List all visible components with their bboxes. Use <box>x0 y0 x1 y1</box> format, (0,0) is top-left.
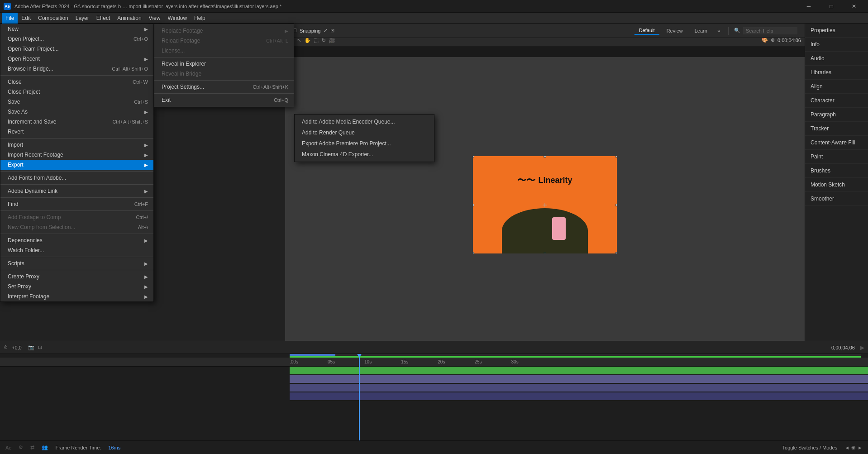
sep-6 <box>0 210 153 211</box>
export-premiere-project[interactable]: Export Adobe Premiere Pro Project... <box>295 138 434 149</box>
menu-new[interactable]: New ▶ <box>0 24 153 34</box>
plus-display: +0,0 <box>12 345 22 350</box>
menu-item-animation[interactable]: Animation <box>114 13 145 24</box>
panel-item-align[interactable]: Align <box>805 80 868 94</box>
menu-export[interactable]: Export ▶ <box>0 160 153 170</box>
menu-item-effect[interactable]: Effect <box>93 13 114 24</box>
pink-accent <box>552 217 566 240</box>
selection-handle-tl <box>473 156 474 158</box>
menu-item-file[interactable]: File <box>2 13 18 24</box>
timeline-track-2 <box>290 375 868 383</box>
panel-item-info[interactable]: Info <box>805 38 868 52</box>
menu-create-proxy[interactable]: Create Proxy ▶ <box>0 272 153 282</box>
figure-silhouette <box>502 208 588 253</box>
ruler-30s: 30s <box>511 359 519 364</box>
submenu-project-settings[interactable]: Project Settings... Ctrl+Alt+Shift+K <box>154 82 294 92</box>
menu-open-recent[interactable]: Open Recent ▶ <box>0 54 153 64</box>
menu-item-edit[interactable]: Edit <box>18 13 34 24</box>
more-workspaces-icon[interactable]: » <box>715 28 723 33</box>
dependencies-arrow-icon: ▶ <box>144 238 148 243</box>
menu-scripts[interactable]: Scripts ▶ <box>0 258 153 268</box>
menu-watch-folder[interactable]: Watch Folder... <box>0 245 153 255</box>
play-cursor[interactable]: ◉ <box>851 444 856 450</box>
panel-item-tracker[interactable]: Tracker <box>805 122 868 136</box>
menu-close[interactable]: Close Ctrl+W <box>0 77 153 87</box>
fit-icon: ⊡ <box>330 28 334 33</box>
toggle-switches-label[interactable]: Toggle Switches / Modes <box>782 445 838 450</box>
panel-item-properties[interactable]: Properties <box>805 24 868 38</box>
expand-icon: ⤢ <box>324 28 328 33</box>
ruler-0s: :00s <box>290 359 298 364</box>
menu-open-project[interactable]: Open Project... Ctrl+O <box>0 34 153 44</box>
maximize-button[interactable]: □ <box>821 0 842 13</box>
menu-revert[interactable]: Revert <box>0 127 153 137</box>
close-button[interactable]: ✕ <box>844 0 864 13</box>
export-add-media-encoder[interactable]: Add to Adobe Media Encoder Queue... <box>295 116 434 127</box>
menu-add-footage-comp: Add Footage to Comp Ctrl+/ <box>0 212 153 222</box>
workspace-tab-default[interactable]: Default <box>634 27 659 35</box>
panel-item-paragraph[interactable]: Paragraph <box>805 108 868 122</box>
statusbar: Ae ⚙ ⇄ 👥 Frame Render Time: 16ms Toggle … <box>0 440 868 454</box>
playhead[interactable] <box>359 354 360 440</box>
panel-item-motion-sketch[interactable]: Motion Sketch <box>805 178 868 192</box>
workspace-section: Default Review Learn » <box>634 27 723 35</box>
panel-item-content-aware-fill[interactable]: Content-Aware Fill <box>805 136 868 150</box>
forward-button[interactable]: ► <box>858 445 863 450</box>
menu-set-proxy[interactable]: Set Proxy ▶ <box>0 282 153 292</box>
time-display: 0;00;04;06 <box>777 38 801 43</box>
menu-browse-bridge[interactable]: Browse in Bridge... Ctrl+Alt+Shift+O <box>0 64 153 74</box>
menu-item-composition[interactable]: Composition <box>34 13 72 24</box>
workspace-tab-learn[interactable]: Learn <box>690 27 712 34</box>
menu-item-window[interactable]: Window <box>164 13 191 24</box>
panel-item-smoother[interactable]: Smoother <box>805 192 868 206</box>
scripts-arrow-icon: ▶ <box>144 261 148 266</box>
timeline-area: ⏱ +0,0 📷 ⊡ 0;00;04;06 ▶ :00s 05s 10s 15s… <box>0 341 868 440</box>
menu-add-fonts[interactable]: Add Fonts from Adobe... <box>0 173 153 183</box>
selection-handle-tc <box>544 156 546 158</box>
menu-item-layer[interactable]: Layer <box>72 13 93 24</box>
rewind-button[interactable]: ◄ <box>844 445 849 450</box>
menu-interpret-footage[interactable]: Interpret Footage ▶ <box>0 292 153 301</box>
ruler-10s: 10s <box>364 359 372 364</box>
window-controls: ─ □ ✕ <box>798 0 864 13</box>
playhead-arrow <box>357 354 362 358</box>
menu-adobe-dynamic-link[interactable]: Adobe Dynamic Link ▶ <box>0 186 153 196</box>
menu-increment-save[interactable]: Increment and Save Ctrl+Alt+Shift+S <box>0 117 153 127</box>
menu-open-team-project[interactable]: Open Team Project... <box>0 44 153 54</box>
export-context-submenu: Replace Footage ▶ Reload Footage Ctrl+Al… <box>154 24 294 107</box>
menu-save-as[interactable]: Save As ▶ <box>0 107 153 117</box>
panel-item-audio[interactable]: Audio <box>805 52 868 66</box>
time-code-display: 0;00;04;06 <box>831 345 855 350</box>
interpret-footage-arrow-icon: ▶ <box>144 294 148 299</box>
search-input[interactable] <box>743 27 797 34</box>
replace-footage-arrow-icon: ▶ <box>285 29 288 33</box>
selection-handle-mr <box>615 204 617 206</box>
submenu-sep-3 <box>154 93 294 94</box>
menu-import[interactable]: Import ▶ <box>0 140 153 150</box>
minimize-button[interactable]: ─ <box>798 0 819 13</box>
export-maxon-cinema[interactable]: Maxon Cinema 4D Exporter... <box>295 149 434 160</box>
menu-save[interactable]: Save Ctrl+S <box>0 97 153 107</box>
sep-8 <box>0 257 153 257</box>
menu-dependencies[interactable]: Dependencies ▶ <box>0 235 153 245</box>
submenu-reveal-in-explorer[interactable]: Reveal in Explorer <box>154 59 294 69</box>
scrubber-bar[interactable] <box>290 354 861 358</box>
menu-close-project[interactable]: Close Project <box>0 87 153 97</box>
panel-item-brushes[interactable]: Brushes <box>805 164 868 178</box>
panel-item-character[interactable]: Character <box>805 94 868 108</box>
menu-item-view[interactable]: View <box>145 13 164 24</box>
comp-viewer-area: illustrator layers ≡ Footage (none) ■ La… <box>285 24 805 354</box>
title-bar: Ae Adobe After Effects 2024 - G:\.shortc… <box>0 0 868 13</box>
menu-item-help[interactable]: Help <box>191 13 209 24</box>
menu-find[interactable]: Find Ctrl+F <box>0 199 153 209</box>
search-section: 🔍 <box>734 27 797 34</box>
menu-import-recent-footage[interactable]: Import Recent Footage ▶ <box>0 150 153 160</box>
export-add-render-queue[interactable]: Add to Render Queue <box>295 127 434 138</box>
dynamic-link-arrow-icon: ▶ <box>144 189 148 194</box>
workspace-tab-review[interactable]: Review <box>662 27 687 34</box>
panel-item-paint[interactable]: Paint <box>805 150 868 164</box>
submenu-exit[interactable]: Exit Ctrl+Q <box>154 95 294 105</box>
sync-icon: ⇄ <box>30 444 34 450</box>
panel-item-libraries[interactable]: Libraries <box>805 66 868 80</box>
timeline-controls: ⏱ +0,0 📷 ⊡ 0;00;04;06 ▶ <box>0 341 868 354</box>
